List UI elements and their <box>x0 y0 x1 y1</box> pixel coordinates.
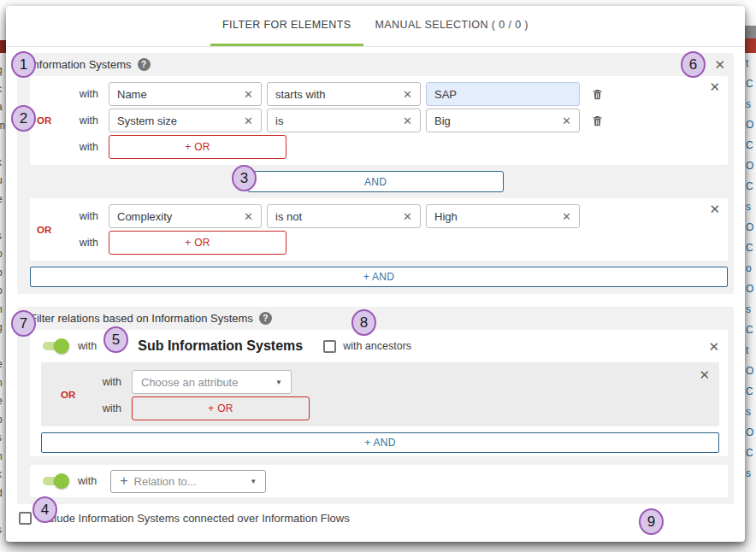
with-label: with <box>41 402 127 414</box>
annotation-circle-6: 6 <box>681 51 706 78</box>
filter-row: with + OR <box>41 396 719 420</box>
operator-value: is not <box>275 210 302 223</box>
or-group-card: OR ✕ with Name ✕ starts with ✕ <box>30 76 728 165</box>
plus-icon: + <box>120 473 127 489</box>
help-icon[interactable]: ? <box>138 58 151 71</box>
tab-label: MANUAL SELECTION ( 0 / 0 ) <box>375 19 529 31</box>
value-field[interactable]: High ✕ <box>426 204 580 228</box>
or-connector-label: OR <box>37 115 51 126</box>
toggle-knob-icon <box>54 473 69 489</box>
with-label: with <box>30 237 103 249</box>
annotation-circle-8: 8 <box>351 309 376 336</box>
toggle-knob-icon <box>54 338 69 354</box>
clear-field-icon[interactable]: ✕ <box>562 115 571 127</box>
add-relation-card: with + Relation to... ▼ <box>30 465 728 497</box>
and-connector-button[interactable]: AND <box>247 171 504 192</box>
cancel-button[interactable]: CANCEL <box>626 548 687 552</box>
trash-icon <box>591 87 604 102</box>
element-filter-header: Information Systems ? ✕ <box>17 53 734 76</box>
relation-to-dropdown[interactable]: + Relation to... ▼ <box>110 470 266 493</box>
add-or-button[interactable]: + OR <box>132 396 310 420</box>
include-information-flows-checkbox[interactable] <box>19 512 32 525</box>
with-label: with <box>41 376 127 388</box>
with-label: with <box>30 88 103 100</box>
clear-field-icon[interactable]: ✕ <box>403 115 412 127</box>
chevron-down-icon: ▼ <box>250 478 257 485</box>
or-connector-label: OR <box>37 225 51 235</box>
attribute-field[interactable]: Complexity ✕ <box>109 204 262 228</box>
annotation-circle-7: 7 <box>11 310 36 337</box>
relation-name: Sub Information Systems <box>138 338 303 354</box>
clear-field-icon[interactable]: ✕ <box>244 88 253 101</box>
operator-value: is <box>275 115 283 127</box>
section-title: Filter relations based on Information Sy… <box>30 312 253 325</box>
filter-row: with + OR <box>30 231 728 255</box>
ok-button[interactable]: OK <box>695 548 726 552</box>
dialog-actions: CANCEL OK <box>17 548 734 552</box>
background-red-block <box>745 38 756 53</box>
add-or-button[interactable]: + OR <box>109 231 286 255</box>
background-text-fragments: g c a m i k u e r s o b o h g r e n e p … <box>0 62 5 539</box>
remove-attribute-group-icon[interactable]: ✕ <box>699 368 710 381</box>
tab-manual-selection[interactable]: MANUAL SELECTION ( 0 / 0 ) <box>363 6 540 46</box>
tab-filter-for-elements[interactable]: FILTER FOR ELEMENTS <box>210 6 363 46</box>
background-gray-block <box>745 26 756 38</box>
dialog-tabbar: FILTER FOR ELEMENTS MANUAL SELECTION ( 0… <box>6 6 745 47</box>
delete-row-button[interactable] <box>591 87 604 102</box>
annotation-circle-5: 5 <box>103 326 128 353</box>
clear-field-icon[interactable]: ✕ <box>403 210 412 223</box>
value-field[interactable]: Big ✕ <box>426 109 580 132</box>
filter-dialog: FILTER FOR ELEMENTS MANUAL SELECTION ( 0… <box>6 6 745 542</box>
attribute-value: Name <box>117 88 147 101</box>
relation-header-row: with Sub Information Systems with ancest… <box>30 333 728 359</box>
chevron-down-icon: ▼ <box>275 379 282 386</box>
add-and-button[interactable]: + AND <box>30 267 728 287</box>
annotation-circle-4: 4 <box>32 496 57 523</box>
clear-field-icon[interactable]: ✕ <box>244 210 253 223</box>
or-connector-label: OR <box>61 390 75 400</box>
include-information-flows-row[interactable]: Include Information Systems connected ov… <box>19 512 734 525</box>
close-section-icon[interactable]: ✕ <box>714 58 725 71</box>
value-field[interactable]: SAP <box>426 82 580 106</box>
relation-attribute-panel: OR ✕ with Choose an attribute ▼ with + O… <box>41 362 719 426</box>
remove-relation-icon[interactable]: ✕ <box>708 340 719 353</box>
filter-row: with Name ✕ starts with ✕ SAP <box>30 82 728 106</box>
operator-field[interactable]: is ✕ <box>267 109 421 132</box>
choose-attribute-dropdown[interactable]: Choose an attribute ▼ <box>132 370 292 394</box>
relation-toggle[interactable] <box>41 475 69 487</box>
dropdown-placeholder: Relation to... <box>134 475 197 488</box>
background-text-fragments: t C s O C O C s O C o O s C t O C s O C … <box>746 53 753 484</box>
relation-toggle[interactable] <box>41 340 69 352</box>
dialog-content: Information Systems ? ✕ OR ✕ with Name ✕ <box>6 47 745 552</box>
remove-or-group-icon[interactable]: ✕ <box>709 80 720 93</box>
operator-field[interactable]: starts with ✕ <box>267 82 421 106</box>
filter-row: with System size ✕ is ✕ Big ✕ <box>30 109 728 132</box>
add-and-button[interactable]: + AND <box>41 432 719 453</box>
element-filter-section: Information Systems ? ✕ OR ✕ with Name ✕ <box>17 53 734 294</box>
filter-row: with Choose an attribute ▼ <box>41 370 719 394</box>
with-label: with <box>78 475 97 487</box>
add-or-button[interactable]: + OR <box>109 135 286 159</box>
attribute-value: Complexity <box>117 210 172 223</box>
delete-row-button[interactable] <box>591 114 604 128</box>
relation-card: with Sub Information Systems with ancest… <box>30 330 728 456</box>
operator-field[interactable]: is not ✕ <box>267 204 421 228</box>
with-ancestors-checkbox[interactable] <box>323 340 336 353</box>
clear-field-icon[interactable]: ✕ <box>244 115 253 127</box>
clear-field-icon[interactable]: ✕ <box>562 210 571 223</box>
filter-row: with + OR <box>30 135 728 159</box>
with-label: with <box>30 210 103 222</box>
remove-or-group-icon[interactable]: ✕ <box>709 203 720 215</box>
operator-value: starts with <box>275 88 326 101</box>
with-label: with <box>78 340 97 352</box>
or-group-card: OR ✕ with Complexity ✕ is not ✕ <box>30 198 728 261</box>
section-title: Information Systems <box>30 58 132 71</box>
page-background: g c a m i k u e r s o b o h g r e n e p … <box>0 0 756 552</box>
tab-label: FILTER FOR ELEMENTS <box>222 19 351 31</box>
include-information-flows-label: Include Information Systems connected ov… <box>39 512 350 525</box>
help-icon[interactable]: ? <box>259 312 272 325</box>
clear-field-icon[interactable]: ✕ <box>403 88 412 101</box>
dropdown-placeholder: Choose an attribute <box>141 376 238 389</box>
attribute-field[interactable]: Name ✕ <box>109 82 262 106</box>
attribute-field[interactable]: System size ✕ <box>109 109 262 132</box>
